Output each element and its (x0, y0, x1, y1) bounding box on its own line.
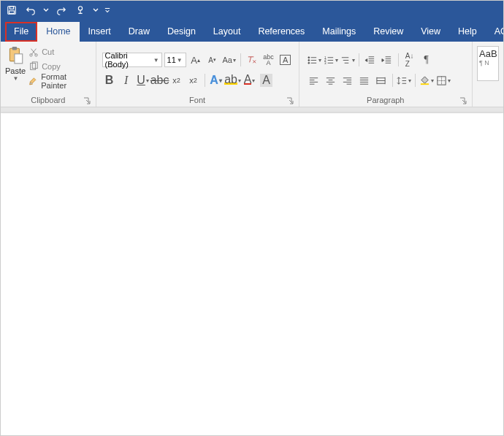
format-painter-button[interactable]: Format Painter (27, 74, 92, 88)
group-label-font: Font (99, 94, 296, 107)
paste-icon (5, 45, 26, 66)
group-styles: AaB ¶ N (473, 42, 503, 107)
tab-file[interactable]: File (5, 22, 37, 42)
align-left-button[interactable] (307, 73, 321, 88)
decrease-indent-button[interactable] (363, 53, 378, 67)
clipboard-launcher-icon[interactable] (83, 97, 91, 104)
tab-view[interactable]: View (412, 22, 449, 42)
font-family-combo[interactable]: Calibri (Body)▼ (102, 53, 162, 67)
tab-help[interactable]: Help (449, 22, 486, 42)
text-effects-button[interactable]: A▾ (209, 73, 224, 88)
group-label-clipboard: Clipboard (4, 94, 93, 107)
distributed-button[interactable] (374, 73, 389, 88)
font-launcher-icon[interactable] (286, 97, 294, 104)
document-page[interactable] (1, 113, 503, 436)
svg-text:3: 3 (324, 61, 327, 65)
change-case-button[interactable]: Aa▾ (222, 53, 237, 67)
svg-rect-5 (12, 47, 18, 50)
highlight-button[interactable]: ab▾ (226, 73, 240, 88)
borders-button[interactable]: ▾ (436, 73, 451, 88)
group-clipboard: Paste ▼ Cut Copy Format Painter Clipbo (1, 42, 96, 107)
subscript-button[interactable]: x2 (169, 73, 184, 88)
svg-point-12 (308, 59, 309, 61)
tab-acrobat[interactable]: ACROBAT (486, 22, 504, 42)
underline-button[interactable]: U▾ (136, 73, 150, 88)
svg-rect-17 (420, 83, 428, 85)
group-paragraph: ▾ 123▾ ▾ AZ↓ ¶ ▾ (299, 42, 473, 107)
sort-button[interactable]: AZ↓ (402, 53, 417, 67)
increase-indent-button[interactable] (380, 53, 394, 67)
numbering-button[interactable]: 123▾ (324, 53, 338, 67)
svg-rect-1 (9, 7, 13, 9)
group-label-paragraph: Paragraph (302, 94, 469, 107)
save-icon[interactable] (5, 4, 18, 17)
document-area (1, 107, 503, 436)
align-right-button[interactable] (340, 73, 355, 88)
svg-rect-2 (9, 11, 15, 14)
format-painter-label: Format Painter (41, 72, 91, 90)
style-normal[interactable]: AaB ¶ N (477, 46, 499, 81)
undo-dropdown-icon[interactable] (43, 4, 49, 17)
clear-formatting-button[interactable] (245, 53, 259, 67)
superscript-button[interactable]: x2 (186, 73, 201, 88)
redo-icon[interactable] (55, 4, 68, 17)
paragraph-launcher-icon[interactable] (459, 97, 467, 104)
align-center-button[interactable] (324, 73, 338, 88)
paste-label: Paste (5, 66, 26, 75)
quick-access-toolbar (1, 1, 503, 20)
italic-button[interactable]: I (119, 73, 134, 88)
tab-design[interactable]: Design (159, 22, 205, 42)
tab-layout[interactable]: Layout (205, 22, 250, 42)
copy-button[interactable]: Copy (27, 59, 92, 74)
paste-dropdown-icon[interactable]: ▼ (13, 75, 19, 82)
touch-mode-dropdown-icon[interactable] (93, 4, 99, 17)
tab-home[interactable]: Home (37, 22, 79, 42)
character-shading-button[interactable]: A (259, 73, 274, 88)
bullets-button[interactable]: ▾ (307, 53, 321, 67)
font-color-button[interactable]: A▾ (243, 73, 257, 88)
svg-point-11 (308, 56, 309, 58)
group-font: Calibri (Body)▼ 11▼ A▴ A▾ Aa▾ abcA A B I (96, 42, 299, 107)
tab-draw[interactable]: Draw (120, 22, 159, 42)
undo-icon[interactable] (24, 4, 37, 17)
phonetic-guide-button[interactable]: abcA (261, 53, 276, 67)
cut-label: Cut (42, 47, 54, 56)
grow-font-button[interactable]: A▴ (188, 53, 203, 67)
ribbon: Paste ▼ Cut Copy Format Painter Clipbo (1, 42, 503, 107)
svg-point-3 (78, 7, 82, 10)
font-size-combo[interactable]: 11▼ (164, 53, 186, 67)
svg-rect-6 (15, 54, 23, 64)
tab-mailings[interactable]: Mailings (313, 22, 364, 42)
tab-review[interactable]: Review (364, 22, 412, 42)
shading-button[interactable]: ▾ (419, 73, 434, 88)
strikethrough-button[interactable]: abc (153, 73, 167, 88)
cut-button[interactable]: Cut (27, 45, 92, 59)
ribbon-tabs: File Home Insert Draw Design Layout Refe… (1, 20, 503, 42)
tab-references[interactable]: References (249, 22, 313, 42)
tab-insert[interactable]: Insert (80, 22, 120, 42)
justify-button[interactable] (357, 73, 372, 88)
character-border-button[interactable]: A (278, 53, 293, 67)
touch-mode-icon[interactable] (74, 4, 87, 17)
copy-label: Copy (42, 62, 61, 71)
svg-point-13 (308, 62, 309, 64)
line-spacing-button[interactable]: ▾ (397, 73, 411, 88)
shrink-font-button[interactable]: A▾ (205, 53, 220, 67)
show-marks-button[interactable]: ¶ (419, 53, 434, 67)
multilevel-list-button[interactable]: ▾ (340, 53, 355, 67)
paste-button[interactable]: Paste ▼ (4, 43, 27, 94)
qat-customize-icon[interactable] (104, 4, 110, 17)
bold-button[interactable]: B (102, 73, 117, 88)
